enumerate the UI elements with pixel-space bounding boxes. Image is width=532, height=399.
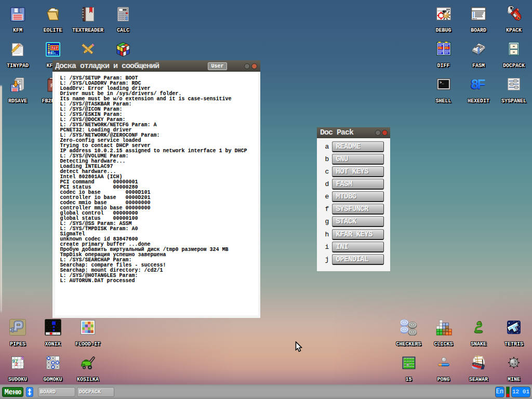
svg-text:>_: >_ bbox=[440, 81, 444, 85]
svg-text:8: 8 bbox=[21, 356, 24, 361]
svg-text:2: 2 bbox=[15, 362, 18, 367]
svg-text:8F: 8F bbox=[471, 76, 485, 92]
svg-text:9: 9 bbox=[12, 359, 15, 364]
svg-text:KFA: KFA bbox=[48, 52, 52, 55]
